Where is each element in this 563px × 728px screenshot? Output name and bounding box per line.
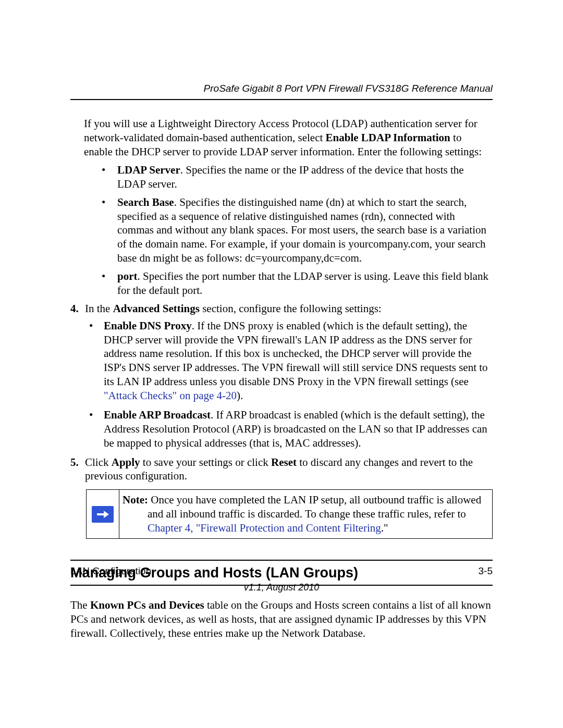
note-icon-cell	[87, 490, 119, 538]
port-text: . Specifies the port number that the LDA…	[117, 270, 488, 297]
note-box: Note: Once you have completed the LAN IP…	[86, 489, 493, 539]
ldap-server-bold: LDAP Server	[117, 164, 180, 176]
step4-text-b: section, configure the following setting…	[200, 302, 382, 315]
arp-bold: Enable ARP Broadcast	[104, 409, 211, 421]
step-5: 5. Click Apply to save your settings or …	[70, 455, 493, 484]
step4-text-a: In the	[85, 302, 113, 315]
intro-bold: Enable LDAP Information	[326, 131, 450, 144]
step5-bold1: Apply	[112, 456, 140, 468]
note-bold: Note:	[123, 493, 148, 506]
dns-bold: Enable DNS Proxy	[104, 319, 192, 332]
arrow-right-icon	[92, 506, 114, 523]
dns-text-b: ).	[237, 389, 243, 402]
note-line1: Once you have completed the LAN IP setup…	[148, 493, 481, 506]
numbered-steps: 4. In the Advanced Settings section, con…	[70, 302, 493, 484]
footer-version: v1.1, August 2010	[70, 582, 493, 594]
search-base-bold: Search Base	[117, 196, 174, 208]
footer: LAN Configuration 3-5 v1.1, August 2010	[70, 560, 493, 594]
page-number: 3-5	[479, 565, 493, 577]
body-block: If you will use a Lightweight Directory …	[84, 117, 493, 298]
footer-rule	[70, 560, 493, 561]
running-header: ProSafe Gigabit 8 Port VPN Firewall FVS3…	[70, 82, 493, 95]
step5-text-b: to save your settings or click	[140, 456, 271, 468]
step5-text-a: Click	[85, 456, 112, 468]
step4-sublist: Enable DNS Proxy. If the DNS proxy is en…	[86, 319, 493, 450]
attack-checks-link[interactable]: "Attack Checks" on page 4-20	[104, 389, 237, 402]
ldap-bullet-list: LDAP Server. Specifies the name or the I…	[100, 163, 493, 298]
intro-paragraph: If you will use a Lightweight Directory …	[84, 117, 493, 159]
list-item: Search Base. Specifies the distinguished…	[100, 195, 493, 265]
note-after-link: ."	[381, 522, 388, 534]
step5-bold2: Reset	[271, 456, 297, 468]
footer-section: LAN Configuration	[70, 565, 151, 577]
list-item: Enable DNS Proxy. If the DNS proxy is en…	[86, 319, 493, 403]
footer-row: LAN Configuration 3-5	[70, 565, 493, 577]
note-line2: and all inbound traffic is discarded. To…	[148, 508, 466, 520]
after-h2-a: The	[70, 599, 90, 611]
list-item: Enable ARP Broadcast. If ARP broadcast i…	[86, 408, 493, 450]
list-item: LDAP Server. Specifies the name or the I…	[100, 163, 493, 191]
document-page: ProSafe Gigabit 8 Port VPN Firewall FVS3…	[0, 0, 563, 728]
port-bold: port	[117, 270, 138, 282]
after-h2-bold: Known PCs and Devices	[90, 599, 204, 611]
step-number: 4.	[70, 302, 79, 316]
step4-bold: Advanced Settings	[113, 302, 200, 315]
note-text: Note: Once you have completed the LAN IP…	[119, 490, 492, 538]
list-item: port. Specifies the port number that the…	[100, 269, 493, 298]
step-number: 5.	[70, 455, 79, 470]
chapter4-link[interactable]: Chapter 4, "Firewall Protection and Cont…	[148, 522, 381, 534]
step-4: 4. In the Advanced Settings section, con…	[70, 302, 493, 450]
after-h2-paragraph: The Known PCs and Devices table on the G…	[70, 598, 493, 640]
